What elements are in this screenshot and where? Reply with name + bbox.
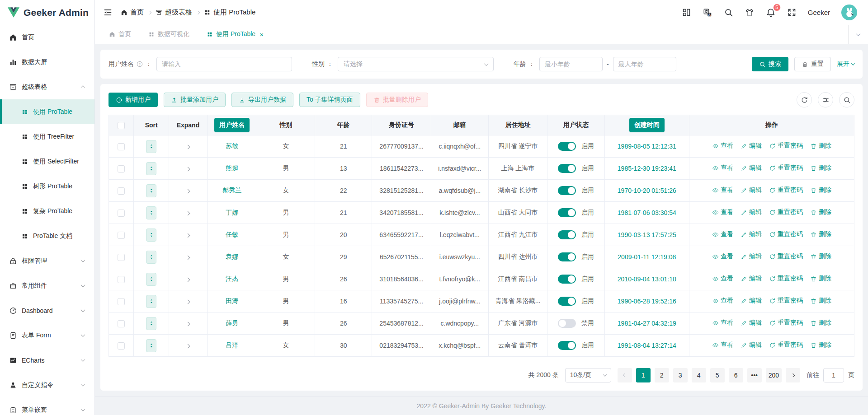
action-view[interactable]: 查看 bbox=[712, 252, 733, 261]
column-settings-icon[interactable] bbox=[818, 92, 833, 107]
pager-page-button[interactable]: 2 bbox=[655, 368, 669, 382]
cell-username[interactable]: 丁娜 bbox=[207, 202, 257, 224]
action-edit[interactable]: 编辑 bbox=[741, 142, 762, 150]
row-sort-handle[interactable] bbox=[146, 339, 156, 352]
username-input[interactable] bbox=[156, 57, 292, 71]
pager-page-button[interactable]: 6 bbox=[729, 368, 743, 382]
pager-page-button[interactable]: 200 bbox=[766, 368, 782, 382]
sidebar-subitem[interactable]: 树形 ProTable bbox=[0, 174, 94, 199]
row-sort-handle[interactable] bbox=[146, 251, 156, 264]
action-delete[interactable]: 删除 bbox=[810, 297, 831, 305]
status-toggle[interactable] bbox=[558, 208, 576, 217]
status-toggle[interactable] bbox=[558, 230, 576, 239]
status-toggle[interactable] bbox=[558, 319, 576, 328]
row-checkbox[interactable] bbox=[118, 143, 125, 150]
sidebar-item-proTable[interactable]: 超级表格 bbox=[0, 75, 94, 99]
translate-icon[interactable] bbox=[703, 8, 712, 18]
action-delete[interactable]: 删除 bbox=[810, 230, 831, 238]
action-reset-password[interactable]: 重置密码 bbox=[769, 186, 803, 194]
action-edit[interactable]: 编辑 bbox=[741, 252, 762, 261]
reset-button[interactable]: 重置 bbox=[794, 57, 831, 71]
sidebar-subitem[interactable]: 使用 SelectFilter bbox=[0, 149, 94, 174]
sidebar-item-dataScreen[interactable]: 数据大屏 bbox=[0, 50, 94, 75]
toggle-search-icon[interactable] bbox=[839, 92, 854, 107]
row-sort-handle[interactable] bbox=[146, 206, 156, 219]
action-reset-password[interactable]: 重置密码 bbox=[769, 208, 803, 216]
tab[interactable]: 首页 bbox=[100, 25, 140, 44]
pager-page-button[interactable]: 4 bbox=[692, 368, 706, 382]
row-sort-handle[interactable] bbox=[146, 228, 156, 242]
cell-username[interactable]: 任敏 bbox=[207, 224, 257, 246]
action-delete[interactable]: 删除 bbox=[810, 142, 831, 150]
cell-username[interactable]: 薛勇 bbox=[207, 312, 257, 335]
app-logo[interactable]: Geeker Admin bbox=[0, 0, 94, 25]
status-toggle[interactable] bbox=[558, 341, 576, 350]
pager-more-button[interactable]: ••• bbox=[747, 368, 762, 382]
sidebar-item-form[interactable]: 表单 Form bbox=[0, 323, 94, 348]
row-checkbox[interactable] bbox=[118, 298, 125, 305]
layout-settings-icon[interactable] bbox=[682, 8, 691, 17]
row-checkbox[interactable] bbox=[118, 187, 125, 195]
action-reset-password[interactable]: 重置密码 bbox=[769, 275, 803, 283]
fullscreen-icon[interactable] bbox=[787, 8, 797, 17]
action-delete[interactable]: 删除 bbox=[810, 186, 831, 194]
action-edit[interactable]: 编辑 bbox=[741, 297, 762, 305]
sidebar-item-assembly[interactable]: 常用组件 bbox=[0, 273, 94, 298]
row-expand-icon[interactable] bbox=[186, 145, 190, 149]
row-sort-handle[interactable] bbox=[146, 273, 156, 286]
sidebar-subitem[interactable]: 使用 ProTable bbox=[0, 99, 94, 124]
row-checkbox[interactable] bbox=[118, 320, 125, 327]
action-reset-password[interactable]: 重置密码 bbox=[769, 164, 803, 172]
row-expand-icon[interactable] bbox=[186, 278, 190, 282]
cell-username[interactable]: 郝秀兰 bbox=[207, 180, 257, 202]
action-edit[interactable]: 编辑 bbox=[741, 186, 762, 194]
action-delete[interactable]: 删除 bbox=[810, 252, 831, 261]
theme-icon[interactable] bbox=[745, 8, 755, 18]
row-expand-icon[interactable] bbox=[186, 322, 190, 326]
action-delete[interactable]: 删除 bbox=[810, 341, 831, 349]
refresh-table-icon[interactable] bbox=[797, 92, 812, 107]
row-expand-icon[interactable] bbox=[186, 344, 190, 349]
row-checkbox[interactable] bbox=[118, 276, 125, 283]
action-edit[interactable]: 编辑 bbox=[741, 164, 762, 172]
cell-username[interactable]: 吕洋 bbox=[207, 335, 257, 357]
toolbar-button[interactable]: 批量添加用户 bbox=[164, 93, 226, 107]
help-question-icon[interactable] bbox=[136, 61, 143, 68]
row-checkbox[interactable] bbox=[118, 210, 125, 217]
goto-page-input[interactable] bbox=[823, 368, 844, 382]
row-sort-handle[interactable] bbox=[146, 295, 156, 308]
action-view[interactable]: 查看 bbox=[712, 297, 733, 305]
action-view[interactable]: 查看 bbox=[712, 164, 733, 172]
action-delete[interactable]: 删除 bbox=[810, 164, 831, 172]
row-sort-handle[interactable] bbox=[146, 140, 156, 153]
cell-username[interactable]: 熊超 bbox=[207, 158, 257, 180]
row-expand-icon[interactable] bbox=[186, 300, 190, 304]
row-checkbox[interactable] bbox=[118, 254, 125, 261]
status-toggle[interactable] bbox=[558, 252, 576, 261]
action-edit[interactable]: 编辑 bbox=[741, 208, 762, 216]
row-expand-icon[interactable] bbox=[186, 189, 190, 194]
action-edit[interactable]: 编辑 bbox=[741, 275, 762, 283]
pager-page-button[interactable]: 5 bbox=[710, 368, 725, 382]
sidebar-item-dashboard[interactable]: Dashboard bbox=[0, 298, 94, 323]
status-toggle[interactable] bbox=[558, 297, 576, 306]
tab[interactable]: 使用 ProTable bbox=[198, 25, 272, 44]
sidebar-item-menu[interactable]: 菜单嵌套 bbox=[0, 397, 94, 415]
row-sort-handle[interactable] bbox=[146, 162, 156, 175]
tabs-more-button[interactable] bbox=[848, 25, 868, 44]
age-max-input[interactable] bbox=[613, 57, 676, 71]
expand-filters-link[interactable]: 展开 bbox=[837, 60, 854, 68]
sidebar-item-auth[interactable]: 权限管理 bbox=[0, 248, 94, 273]
row-expand-icon[interactable] bbox=[186, 211, 190, 216]
action-edit[interactable]: 编辑 bbox=[741, 230, 762, 238]
tab[interactable]: 数据可视化 bbox=[140, 25, 198, 44]
toolbar-button[interactable]: 新增用户 bbox=[108, 93, 158, 107]
pager-prev-button[interactable] bbox=[618, 368, 632, 382]
avatar[interactable] bbox=[841, 5, 857, 20]
row-sort-handle[interactable] bbox=[146, 317, 156, 330]
sidebar-subitem[interactable]: 使用 TreeFilter bbox=[0, 124, 94, 149]
pager-page-button[interactable]: 1 bbox=[636, 368, 651, 382]
action-view[interactable]: 查看 bbox=[712, 341, 733, 349]
notifications-bell-icon[interactable]: 5 bbox=[766, 8, 776, 18]
page-size-select[interactable]: 10条/页 bbox=[565, 368, 611, 382]
